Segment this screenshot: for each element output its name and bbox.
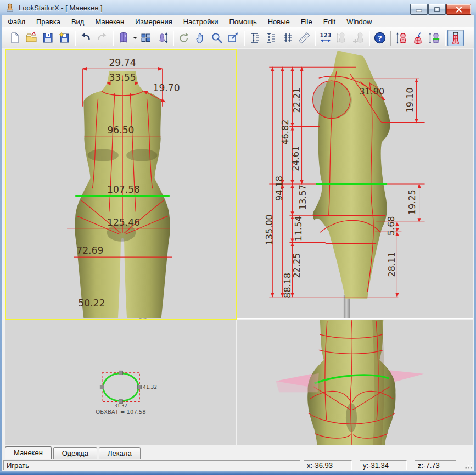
measurement-numbers-button[interactable]: 123 xyxy=(317,30,334,46)
app-logo-icon xyxy=(5,3,15,13)
toolbar-separator xyxy=(113,31,113,46)
status-coord-y: y:-31.34 xyxy=(360,460,407,470)
toolbar-separator xyxy=(369,31,369,46)
viewport-side[interactable]: 22.21 46.82 24.61 94.18 13.57 11.54 135.… xyxy=(237,49,473,319)
minimize-icon xyxy=(416,7,422,12)
measure-segments-icon xyxy=(265,31,278,44)
menu-measurements[interactable]: Измерения xyxy=(130,16,177,27)
tab-patterns[interactable]: Лекала xyxy=(99,447,141,460)
svg-text:24.61: 24.61 xyxy=(290,146,301,171)
measure-pairs-button[interactable] xyxy=(279,30,296,46)
svg-text:19.10: 19.10 xyxy=(405,87,415,113)
mannequin-section-button[interactable] xyxy=(410,30,426,46)
section-circumference-label: ОБХВАТ = 107.58 xyxy=(96,409,145,415)
mannequin-height-red-icon xyxy=(395,31,408,44)
status-coord-x: x:-36.93 xyxy=(304,460,352,470)
svg-text:46.82: 46.82 xyxy=(280,120,290,145)
svg-text:96.50: 96.50 xyxy=(107,125,134,136)
pan-hand-icon xyxy=(194,31,207,44)
svg-text:125.46: 125.46 xyxy=(107,217,140,228)
measure-segments-button[interactable] xyxy=(263,30,279,46)
viewport-front[interactable]: 29.74 33.55 19.70 96.50 107.58 125.46 72… xyxy=(5,49,237,320)
side-view-drawing: 22.21 46.82 24.61 94.18 13.57 11.54 135.… xyxy=(237,49,473,318)
status-message: Играть xyxy=(3,460,300,470)
mannequin-belt-button[interactable] xyxy=(426,30,443,46)
svg-text:29.74: 29.74 xyxy=(109,57,136,68)
mannequin-active-icon xyxy=(449,31,462,44)
svg-text:72.69: 72.69 xyxy=(76,245,103,256)
toolbar-separator xyxy=(244,31,244,46)
window-title: LookStailorX - [ Манекен ] xyxy=(19,4,103,12)
new-document-icon xyxy=(8,31,21,44)
app-window: LookStailorX - [ Манекен ] Файл Правка В… xyxy=(0,0,476,475)
help-button[interactable]: ? xyxy=(372,30,388,46)
tab-clothing[interactable]: Одежда xyxy=(53,447,97,460)
measure-vertical-icon xyxy=(248,31,261,44)
section-width-label: 41.32 xyxy=(143,384,157,390)
menu-window[interactable]: Window xyxy=(341,16,377,27)
resize-grip[interactable] xyxy=(465,461,473,470)
measure-pairs-icon xyxy=(281,31,294,44)
svg-text:28.11: 28.11 xyxy=(387,252,397,277)
menu-file-ru[interactable]: Файл xyxy=(2,16,31,27)
undo-button[interactable] xyxy=(77,30,94,46)
menu-settings[interactable]: Настройки xyxy=(178,16,224,27)
menu-new[interactable]: Новые xyxy=(262,16,295,27)
save-icon xyxy=(41,31,54,44)
toolbar-separator xyxy=(390,31,391,46)
redo-button[interactable] xyxy=(94,30,110,46)
mannequin-transform-icon xyxy=(335,31,349,44)
save-button[interactable] xyxy=(40,30,56,46)
status-coord-z: z:-7.73 xyxy=(415,460,456,470)
pan-view-button[interactable] xyxy=(192,30,209,46)
viewport-section[interactable]: 41.32 31.32 ОБХВАТ = 107.58 xyxy=(5,320,236,445)
ruler-icon xyxy=(298,31,311,44)
title-bar[interactable]: LookStailorX - [ Манекен ] xyxy=(0,0,476,15)
section-depth-label: 31.32 xyxy=(115,404,127,409)
viewport-area: 29.74 33.55 19.70 96.50 107.58 125.46 72… xyxy=(2,48,474,446)
mannequin-active-button[interactable] xyxy=(447,30,464,46)
redo-icon xyxy=(96,31,109,44)
menu-file-en[interactable]: File xyxy=(295,16,318,27)
zoom-extents-button[interactable] xyxy=(225,30,242,46)
window-frame-bottom xyxy=(0,471,476,475)
open-file-button[interactable] xyxy=(23,30,40,46)
mannequin-add-icon xyxy=(352,31,365,44)
maximize-button[interactable] xyxy=(428,4,446,15)
viewports-layout-button[interactable] xyxy=(138,30,154,46)
zoom-button[interactable] xyxy=(209,30,225,46)
close-button[interactable] xyxy=(446,4,471,15)
zoom-icon xyxy=(210,31,223,44)
viewports-layout-icon xyxy=(139,31,153,44)
svg-text:13.57: 13.57 xyxy=(298,185,308,210)
back-view-drawing xyxy=(237,320,473,445)
menu-mannequin[interactable]: Манекен xyxy=(89,16,130,27)
svg-text:22.21: 22.21 xyxy=(292,87,302,113)
new-document-button[interactable] xyxy=(7,30,23,46)
mannequin-height-red-button[interactable] xyxy=(393,30,410,46)
measure-vertical-button[interactable] xyxy=(247,30,263,46)
menu-edit-en[interactable]: Edit xyxy=(318,16,341,27)
menu-help[interactable]: Помощь xyxy=(223,16,262,27)
menu-edit-ru[interactable]: Правка xyxy=(31,16,66,27)
library-button[interactable] xyxy=(115,30,132,46)
rotate-view-button[interactable] xyxy=(176,30,192,46)
mannequin-height-button[interactable] xyxy=(154,30,171,46)
menu-view-ru[interactable]: Вид xyxy=(66,16,90,27)
svg-text:94.18: 94.18 xyxy=(274,176,284,201)
undo-icon xyxy=(79,31,92,44)
viewport-back[interactable] xyxy=(237,320,473,445)
svg-text:?: ? xyxy=(378,34,382,42)
maximize-icon xyxy=(434,7,440,13)
mannequin-add-button[interactable] xyxy=(350,30,367,46)
toolbar-separator xyxy=(75,31,75,46)
mannequin-section-icon xyxy=(411,31,424,44)
ruler-button[interactable] xyxy=(296,30,312,46)
library-dropdown[interactable] xyxy=(132,30,138,46)
minimize-button[interactable] xyxy=(410,4,428,15)
save-as-button[interactable] xyxy=(56,30,72,46)
chevron-down-icon xyxy=(133,37,137,41)
library-icon xyxy=(117,31,130,44)
mannequin-transform-button[interactable] xyxy=(334,30,350,46)
tab-mannequin[interactable]: Манекен xyxy=(5,446,52,460)
